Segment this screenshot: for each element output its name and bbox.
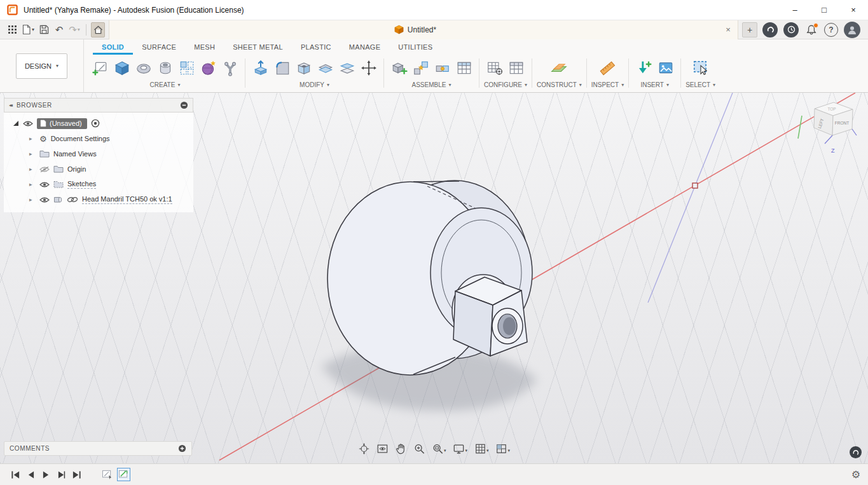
press-pull-button[interactable]: [250, 57, 271, 79]
timeline-play-button[interactable]: [38, 467, 53, 482]
panel-construct-label[interactable]: CONSTRUCT ▾: [537, 81, 582, 88]
tree-expand-icon[interactable]: ▸: [29, 166, 36, 172]
revolve-button[interactable]: [133, 57, 154, 79]
viewport-canvas[interactable]: TOP LEFT FRONT Z ◂◂ BROWSER: [0, 93, 868, 463]
tab-plastic[interactable]: PLASTIC: [292, 41, 340, 55]
activate-component-radio[interactable]: [91, 119, 100, 128]
timeline-settings-gear-icon[interactable]: ⚙: [851, 468, 860, 481]
browser-header[interactable]: ◂◂ BROWSER: [4, 98, 193, 113]
combine-button[interactable]: [315, 57, 336, 79]
panel-modify-label[interactable]: MODIFY ▾: [300, 81, 329, 88]
zoom-button[interactable]: [412, 442, 426, 456]
pan-button[interactable]: [394, 442, 408, 456]
tree-expand-icon[interactable]: ▸: [29, 196, 36, 203]
timeline-step-forward-button[interactable]: [53, 467, 69, 482]
tree-expand-icon[interactable]: ▸: [29, 151, 36, 157]
joint-button[interactable]: [410, 57, 431, 79]
browser-item-root[interactable]: (Unsaved): [4, 116, 193, 131]
insert-derive-button[interactable]: [633, 57, 654, 79]
grid-and-snaps-button[interactable]: ▾: [473, 442, 490, 456]
panel-inspect-label[interactable]: INSPECT ▾: [591, 81, 624, 88]
workspace-selector[interactable]: DESIGN ▾: [16, 53, 67, 79]
tree-expand-icon[interactable]: ▸: [29, 181, 36, 188]
browser-item-sketches[interactable]: ▸ Sketches: [4, 177, 193, 192]
select-button[interactable]: [690, 57, 711, 79]
collapse-panel-icon[interactable]: ◂◂: [9, 102, 11, 108]
timeline-feature-sketch-1[interactable]: [100, 468, 114, 481]
look-at-button[interactable]: [375, 442, 389, 456]
origin-marker[interactable]: [692, 183, 698, 188]
panel-create-label[interactable]: CREATE ▾: [150, 81, 181, 88]
tab-utilities[interactable]: UTILITIES: [389, 41, 441, 55]
model-head-mandril[interactable]: [327, 181, 532, 375]
drive-joints-button[interactable]: [453, 57, 474, 79]
tab-solid[interactable]: SOLID: [93, 41, 133, 55]
configuration-table-button[interactable]: [506, 57, 527, 79]
canvas-button[interactable]: [655, 57, 676, 79]
undo-button[interactable]: ↶: [52, 22, 66, 38]
close-button[interactable]: ×: [839, 0, 868, 20]
timeline-go-to-end-button[interactable]: [69, 467, 84, 482]
tab-mesh[interactable]: MESH: [185, 41, 224, 55]
timeline-feature-sketch-2[interactable]: [117, 468, 130, 481]
zoom-window-button[interactable]: ▾: [431, 442, 448, 456]
tab-sheet-metal[interactable]: SHEET METAL: [224, 41, 292, 55]
timeline-go-to-start-button[interactable]: [8, 467, 23, 482]
panel-select-label[interactable]: SELECT ▾: [685, 81, 715, 88]
add-comment-icon[interactable]: [178, 444, 186, 453]
avatar[interactable]: [844, 22, 860, 38]
notifications-button[interactable]: [804, 22, 818, 38]
as-built-joint-button[interactable]: [432, 57, 453, 79]
shell-button[interactable]: [293, 57, 314, 79]
browser-item-origin[interactable]: ▸ Origin: [4, 161, 193, 177]
viewports-button[interactable]: ▾: [495, 442, 512, 456]
measure-button[interactable]: [597, 57, 618, 79]
offset-face-button[interactable]: [336, 57, 357, 79]
new-tab-button[interactable]: +: [742, 22, 757, 38]
home-view-button[interactable]: [91, 22, 105, 38]
box-button[interactable]: [111, 57, 132, 79]
panel-insert-label[interactable]: INSERT ▾: [640, 81, 669, 88]
document-tab[interactable]: Untitled* ×: [109, 20, 738, 39]
tab-surface[interactable]: SURFACE: [133, 41, 185, 55]
browser-item-named-views[interactable]: ▸ Named Views: [4, 146, 193, 161]
comments-bar[interactable]: COMMENTS: [4, 441, 192, 456]
tab-close-button[interactable]: ×: [721, 23, 735, 37]
active-document-pill[interactable]: (Unsaved): [37, 118, 87, 129]
pipe-button[interactable]: [219, 57, 240, 79]
display-settings-button[interactable]: ▾: [451, 442, 469, 456]
tree-expand-icon[interactable]: ▸: [29, 135, 36, 142]
timeline-step-back-button[interactable]: [23, 467, 38, 482]
configure-button[interactable]: [485, 57, 506, 79]
maximize-button[interactable]: □: [809, 0, 839, 20]
visibility-off-eye-icon[interactable]: [39, 166, 50, 173]
app-grid-menu-button[interactable]: [5, 22, 19, 38]
minimize-button[interactable]: –: [780, 0, 809, 20]
file-menu-button[interactable]: ▾: [20, 22, 36, 38]
job-status-button[interactable]: [783, 22, 799, 38]
orbit-button[interactable]: [357, 442, 371, 456]
help-button[interactable]: ?: [824, 23, 838, 37]
create-form-button[interactable]: [198, 57, 219, 79]
browser-item-document-settings[interactable]: ▸ ⚙ Document Settings: [4, 131, 193, 146]
redo-button[interactable]: ↷ ▾: [67, 22, 81, 38]
extensions-button[interactable]: [762, 22, 778, 38]
browser-item-body[interactable]: ▸ Head Mandril TCH50 ok v1:1: [4, 192, 193, 207]
collapse-all-icon[interactable]: [180, 101, 188, 109]
assistant-button[interactable]: [850, 446, 862, 458]
fillet-button[interactable]: [272, 57, 293, 79]
rectangular-pattern-button[interactable]: [176, 57, 197, 79]
view-cube[interactable]: TOP LEFT FRONT Z: [796, 98, 859, 164]
panel-assemble-label[interactable]: ASSEMBLE ▾: [412, 81, 451, 88]
cylinder-button[interactable]: [155, 57, 176, 79]
panel-configure-label[interactable]: CONFIGURE ▾: [484, 81, 527, 88]
expand-all-icon[interactable]: [13, 120, 19, 126]
move-copy-button[interactable]: [358, 57, 379, 79]
create-sketch-button[interactable]: [90, 57, 111, 79]
visibility-eye-icon[interactable]: [39, 196, 50, 203]
construct-plane-button[interactable]: [549, 57, 570, 79]
visibility-eye-icon[interactable]: [39, 181, 50, 188]
save-button[interactable]: [37, 22, 51, 38]
tab-manage[interactable]: MANAGE: [340, 41, 389, 55]
visibility-eye-icon[interactable]: [23, 120, 33, 127]
